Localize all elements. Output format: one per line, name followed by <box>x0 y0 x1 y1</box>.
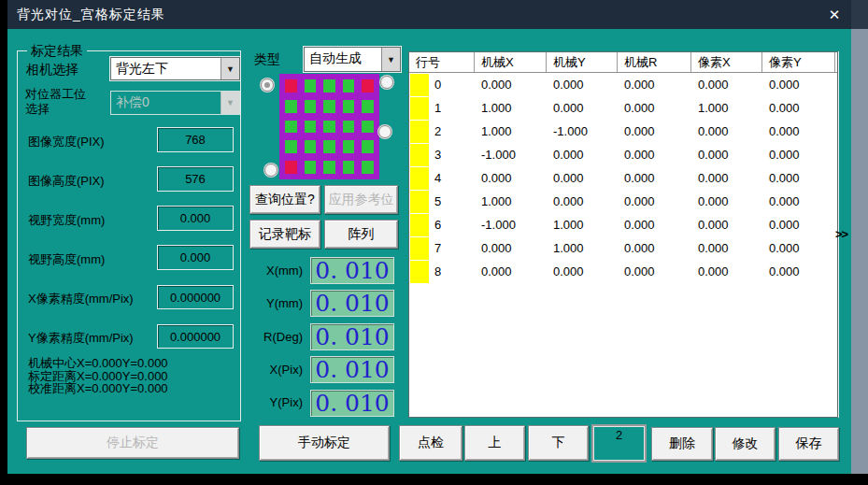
table-cell: 0.000 <box>691 218 762 232</box>
calibration-distance-line: 标定距离X=0.000Y=0.000 <box>28 370 168 383</box>
close-icon[interactable]: ✕ <box>823 4 846 26</box>
image-width-field: 768 <box>157 127 234 152</box>
chevron-down-icon[interactable]: ▼ <box>221 58 239 79</box>
row-marker <box>410 97 429 120</box>
row-marker <box>410 121 429 143</box>
manual-calibration-button[interactable]: 手动标定 <box>259 425 390 461</box>
row-marker <box>410 74 429 96</box>
table-cell: 4 <box>409 167 475 190</box>
table-header-cell[interactable]: 机械Y <box>547 52 618 72</box>
x-pix-value: 0. 010 <box>310 356 394 383</box>
table-cell: 1.000 <box>475 101 547 115</box>
fov-width-field: 0.000 <box>157 206 234 231</box>
radio-middle-right[interactable] <box>378 125 391 138</box>
grid-cell <box>362 79 374 93</box>
y-pix-value: 0. 010 <box>310 390 394 417</box>
record-target-button[interactable]: 记录靶标 <box>249 220 320 249</box>
r-deg-label: R(Deg) <box>254 330 303 344</box>
x-pixel-precision-field: 0.000000 <box>157 285 234 309</box>
table-cell: 0.000 <box>547 264 618 278</box>
table-cell: 3 <box>409 144 475 166</box>
x-mm-label: X(mm) <box>254 264 303 278</box>
table-row[interactable]: 00.0000.0000.0000.0000.000 <box>409 73 837 96</box>
y-pixel-precision-label: Y像素精度(mm/Pix) <box>28 330 134 347</box>
grid-cell <box>305 100 317 113</box>
table-cell: 0.000 <box>618 101 691 115</box>
calibration-points-table[interactable]: 行号机械X机械Y机械R像素X像素Y 00.0000.0000.0000.0000… <box>408 51 838 418</box>
radio-top-left[interactable] <box>261 78 274 92</box>
y-mm-label: Y(mm) <box>254 296 303 310</box>
adjust-distance-line: 校准距离X=0.000Y=0.000 <box>28 382 168 395</box>
y-pix-label: Y(Pix) <box>254 395 303 409</box>
array-button[interactable]: 阵列 <box>324 220 398 249</box>
x-pix-label: X(Pix) <box>254 363 303 377</box>
table-cell: 0.000 <box>618 241 691 255</box>
table-cell: 0.000 <box>618 194 691 208</box>
row-marker <box>410 167 429 190</box>
grid-cell <box>305 140 317 153</box>
modify-button[interactable]: 修改 <box>715 427 776 461</box>
table-cell: 5 <box>409 191 475 213</box>
table-cell: 0.000 <box>691 171 762 185</box>
table-cell: 0.000 <box>475 264 547 278</box>
table-cell: 0.000 <box>762 78 835 92</box>
table-cell: 6 <box>409 214 475 236</box>
table-row[interactable]: 6-1.0001.0000.0000.0000.000 <box>409 213 837 236</box>
table-cell: 0.000 <box>691 124 762 138</box>
table-header-cell[interactable]: 行号 <box>409 52 475 72</box>
query-position-button[interactable]: 查询位置? <box>249 185 320 214</box>
table-cell: 0.000 <box>762 194 835 208</box>
save-button[interactable]: 保存 <box>778 427 839 461</box>
y-pixel-precision-field: 0.000000 <box>157 324 234 349</box>
table-cell: 1 <box>409 97 475 120</box>
dialog-window: 背光对位_宫格标定结果 ✕ 标定结果 相机选择 背光左下 ▼ 对位器工位选择 补… <box>7 0 851 474</box>
table-cell: 1.000 <box>475 194 547 208</box>
radio-bottom-left[interactable] <box>264 164 277 177</box>
grid-cell <box>285 79 297 93</box>
table-row[interactable]: 40.0000.0000.0000.0000.000 <box>409 166 837 190</box>
table-header-cell[interactable]: 机械R <box>618 52 691 72</box>
up-button[interactable]: 上 <box>464 425 525 461</box>
table-cell: 0.000 <box>762 148 835 162</box>
table-cell: 0.000 <box>618 148 691 162</box>
table-cell: 0.000 <box>691 78 762 92</box>
row-marker <box>410 144 429 166</box>
table-header-cell[interactable]: 像素Y <box>762 52 835 72</box>
table-cell: 0.000 <box>691 194 762 208</box>
delete-button[interactable]: 删除 <box>651 427 713 461</box>
down-button[interactable]: 下 <box>528 425 589 461</box>
table-cell: -1.000 <box>475 218 547 232</box>
table-cell: 0.000 <box>762 264 835 278</box>
table-header-cell[interactable]: 像素X <box>691 52 762 72</box>
grid-cell <box>362 121 374 134</box>
table-cell: 0.000 <box>618 124 691 138</box>
table-row[interactable]: 51.0000.0000.0000.0000.000 <box>409 190 837 213</box>
expand-toggle[interactable]: >> <box>835 227 847 241</box>
table-row[interactable]: 80.0000.0000.0000.0000.000 <box>409 260 837 283</box>
table-cell: 0.000 <box>762 124 835 138</box>
table-row[interactable]: 11.0000.0000.0001.0000.000 <box>409 96 837 120</box>
camera-select-label: 相机选择 <box>26 62 78 78</box>
chevron-down-icon[interactable]: ▼ <box>381 48 400 71</box>
camera-select-dropdown[interactable]: 背光左下 ▼ <box>110 57 240 80</box>
table-row[interactable]: 70.0001.0000.0000.0000.000 <box>409 236 837 260</box>
spot-check-button[interactable]: 点检 <box>399 425 462 461</box>
group-title: 标定结果 <box>27 43 87 60</box>
table-cell: 0 <box>409 74 475 96</box>
aligner-station-label: 对位器工位选择 <box>25 87 92 117</box>
table-cell: 0.000 <box>475 78 547 92</box>
table-cell: 1.000 <box>547 218 618 232</box>
type-dropdown[interactable]: 自动生成 ▼ <box>304 47 401 72</box>
chevron-down-icon: ▼ <box>221 92 239 114</box>
grid-cell <box>305 121 317 134</box>
table-row[interactable]: 3-1.0000.0000.0000.0000.000 <box>409 143 837 166</box>
aligner-station-dropdown: 补偿0 ▼ <box>110 91 240 115</box>
table-header-cell[interactable]: 机械X <box>475 52 547 72</box>
table-cell: 0.000 <box>762 241 835 255</box>
type-label: 类型 <box>254 51 280 68</box>
fov-width-label: 视野宽度(mm) <box>28 212 105 229</box>
radio-top-right[interactable] <box>380 76 393 89</box>
table-row[interactable]: 21.000-1.0000.0000.0000.000 <box>409 120 837 143</box>
row-count-field[interactable]: 2 <box>591 424 647 463</box>
table-cell: 0.000 <box>547 171 618 185</box>
